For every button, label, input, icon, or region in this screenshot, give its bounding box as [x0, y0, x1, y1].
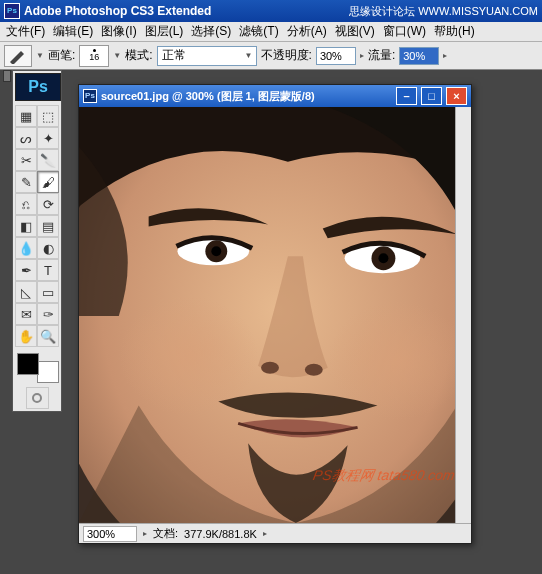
menu-analysis[interactable]: 分析(A): [283, 21, 331, 42]
canvas-image: [79, 107, 471, 523]
options-bar: ▼ 画笔: 16 ▼ 模式: 正常 不透明度: 30% ▸ 流量: 30% ▸: [0, 42, 542, 70]
brush-label: 画笔:: [48, 47, 75, 64]
foreground-color-swatch[interactable]: [17, 353, 39, 375]
brush-chevron-icon[interactable]: ▼: [113, 51, 121, 60]
opacity-input[interactable]: 30%: [316, 47, 356, 65]
tool-marquee[interactable]: ⬚: [37, 105, 59, 127]
document-title: source01.jpg @ 300% (图层 1, 图层蒙版/8): [101, 89, 392, 104]
tool-stamp[interactable]: ⎌: [15, 193, 37, 215]
document-titlebar[interactable]: Ps source01.jpg @ 300% (图层 1, 图层蒙版/8) – …: [79, 85, 471, 107]
tool-blur[interactable]: 💧: [15, 237, 37, 259]
tool-history[interactable]: ⟳: [37, 193, 59, 215]
menu-file[interactable]: 文件(F): [2, 21, 49, 42]
menu-view[interactable]: 视图(V): [331, 21, 379, 42]
document-window: Ps source01.jpg @ 300% (图层 1, 图层蒙版/8) – …: [78, 84, 472, 544]
document-statusbar: 300% ▸ 文档: 377.9K/881.8K ▸: [79, 523, 471, 543]
menu-help[interactable]: 帮助(H): [430, 21, 479, 42]
menu-edit[interactable]: 编辑(E): [49, 21, 97, 42]
status-doc-label: 文档:: [153, 526, 178, 541]
quick-mask-toggle[interactable]: [26, 387, 49, 409]
svg-point-8: [378, 253, 388, 263]
tool-gradient[interactable]: ▤: [37, 215, 59, 237]
tool-zoom[interactable]: 🔍: [37, 325, 59, 347]
tool-hand[interactable]: ✋: [15, 325, 37, 347]
menu-image[interactable]: 图像(I): [97, 21, 140, 42]
title-watermark: 思缘设计论坛 WWW.MISSYUAN.COM: [349, 4, 538, 19]
tool-dodge[interactable]: ◐: [37, 237, 59, 259]
zoom-input[interactable]: 300%: [83, 526, 137, 542]
svg-point-5: [211, 246, 221, 256]
statusbar-menu-icon[interactable]: ▸: [263, 529, 267, 538]
tool-slice[interactable]: 🔪: [37, 149, 59, 171]
brush-preview[interactable]: 16: [79, 45, 109, 67]
app-icon: Ps: [4, 3, 20, 19]
tool-path[interactable]: ◺: [15, 281, 37, 303]
color-swatches[interactable]: [15, 351, 61, 385]
flow-input[interactable]: 30%: [399, 47, 439, 65]
close-button[interactable]: ×: [446, 87, 467, 105]
app-title: Adobe Photoshop CS3 Extended: [24, 4, 349, 18]
ps-badge: Ps: [15, 73, 61, 101]
tool-lasso[interactable]: ᔕ: [15, 127, 37, 149]
tool-notes[interactable]: ✉: [15, 303, 37, 325]
svg-point-10: [305, 364, 323, 376]
mode-select[interactable]: 正常: [157, 46, 257, 66]
opacity-label: 不透明度:: [261, 47, 312, 64]
menu-layer[interactable]: 图层(L): [141, 21, 188, 42]
statusbar-chevron-icon[interactable]: ▸: [143, 529, 147, 538]
menu-select[interactable]: 选择(S): [187, 21, 235, 42]
title-bar: Ps Adobe Photoshop CS3 Extended 思缘设计论坛 W…: [0, 0, 542, 22]
tool-eraser[interactable]: ◧: [15, 215, 37, 237]
minimize-button[interactable]: –: [396, 87, 417, 105]
tool-healing[interactable]: ✎: [15, 171, 37, 193]
maximize-button[interactable]: □: [421, 87, 442, 105]
tool-brush[interactable]: 🖌: [37, 171, 59, 193]
tool-pen[interactable]: ✒: [15, 259, 37, 281]
menu-window[interactable]: 窗口(W): [379, 21, 430, 42]
tool-wand[interactable]: ✦: [37, 127, 59, 149]
opacity-chevron-icon[interactable]: ▸: [360, 51, 364, 60]
flow-label: 流量:: [368, 47, 395, 64]
vertical-scrollbar[interactable]: [455, 107, 471, 523]
tool-shape[interactable]: ▭: [37, 281, 59, 303]
tool-eyedropper[interactable]: ✑: [37, 303, 59, 325]
svg-point-9: [261, 362, 279, 374]
background-color-swatch[interactable]: [37, 361, 59, 383]
tools-panel: Ps ▦⬚ᔕ✦✂🔪✎🖌⎌⟳◧▤💧◐✒T◺▭✉✑✋🔍: [12, 70, 62, 412]
tool-crop[interactable]: ✂: [15, 149, 37, 171]
tools-dock-handle[interactable]: [3, 70, 11, 82]
menu-filter[interactable]: 滤镜(T): [235, 21, 282, 42]
brush-size-value: 16: [89, 52, 99, 62]
mode-label: 模式:: [125, 47, 152, 64]
tool-type[interactable]: T: [37, 259, 59, 281]
menu-bar: 文件(F) 编辑(E) 图像(I) 图层(L) 选择(S) 滤镜(T) 分析(A…: [0, 22, 542, 42]
status-doc-value: 377.9K/881.8K: [184, 528, 257, 540]
tool-move[interactable]: ▦: [15, 105, 37, 127]
canvas[interactable]: PS教程网 tata580.com: [79, 107, 471, 523]
svg-point-0: [33, 394, 41, 402]
mode-value: 正常: [162, 47, 186, 64]
current-tool-icon[interactable]: [4, 45, 32, 67]
flow-chevron-icon[interactable]: ▸: [443, 51, 447, 60]
workspace: Ps source01.jpg @ 300% (图层 1, 图层蒙版/8) – …: [62, 70, 542, 574]
document-icon: Ps: [83, 89, 97, 103]
tool-preset-chevron-icon[interactable]: ▼: [36, 51, 44, 60]
